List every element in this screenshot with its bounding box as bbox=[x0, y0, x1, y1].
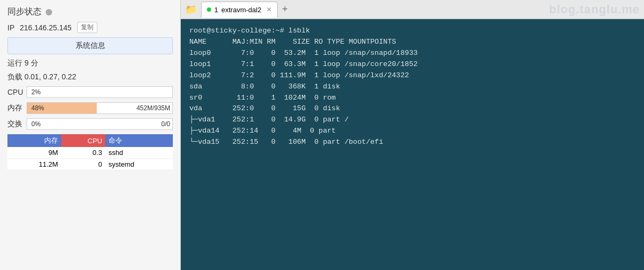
proc-cpu: 0 bbox=[61, 159, 105, 170]
terminal-line: root@sticky-college:~# lsblk bbox=[189, 26, 635, 37]
terminal-line: NAME MAJ:MIN RM SIZE RO TYPE MOUNTPOINTS bbox=[189, 37, 635, 48]
table-row: 9M 0.3 sshd bbox=[7, 147, 173, 159]
uptime-row: 运行 9 分 bbox=[7, 59, 173, 68]
load-row: 负载 0.01, 0.27, 0.22 bbox=[7, 72, 173, 82]
tab-name: extravm-dal2 bbox=[221, 6, 261, 14]
swap-bar-text: 0% 0/0 bbox=[29, 120, 172, 128]
terminal[interactable]: root@sticky-college:~# lsblkNAME MAJ:MIN… bbox=[181, 19, 644, 270]
ip-value: 216.146.25.145 bbox=[20, 23, 71, 32]
cpu-percent: 2% bbox=[31, 88, 40, 96]
mem-metric-row: 内存 48% 452M/935M bbox=[7, 102, 173, 114]
table-header-cpu: CPU bbox=[61, 134, 105, 147]
right-panel: 📁 1 extravm-dal2 ✕ + blog.tanglu.me root… bbox=[181, 0, 644, 270]
proc-mem: 9M bbox=[7, 147, 61, 159]
swap-percent: 0% bbox=[31, 120, 40, 128]
sync-label: 同步状态 bbox=[7, 6, 41, 18]
swap-label: 交换 bbox=[7, 119, 23, 129]
copy-button[interactable]: 复制 bbox=[77, 22, 97, 33]
proc-cpu: 0.3 bbox=[61, 147, 105, 159]
tab-status-dot bbox=[207, 7, 211, 12]
tab-add-button[interactable]: + bbox=[280, 4, 290, 15]
terminal-line: ├─vda14 252:14 0 4M 0 part bbox=[189, 126, 635, 137]
mem-bar: 48% 452M/935M bbox=[27, 102, 173, 114]
table-row: 11.2M 0 systemd bbox=[7, 159, 173, 170]
table-header-mem: 内存 bbox=[7, 134, 61, 147]
tab-close-icon[interactable]: ✕ bbox=[266, 6, 272, 13]
cpu-label: CPU bbox=[7, 88, 23, 96]
swap-bar: 0% 0/0 bbox=[27, 118, 173, 130]
proc-cmd: systemd bbox=[105, 159, 173, 170]
terminal-line: loop1 7:1 0 63.3M 1 loop /snap/core20/18… bbox=[189, 59, 635, 70]
proc-mem: 11.2M bbox=[7, 159, 61, 170]
sys-info-button[interactable]: 系统信息 bbox=[7, 37, 173, 54]
ip-row: IP 216.146.25.145 复制 bbox=[7, 22, 173, 33]
mem-label: 内存 bbox=[7, 103, 23, 113]
sync-indicator bbox=[46, 9, 52, 15]
terminal-line: ├─vda1 252:1 0 14.9G 0 part / bbox=[189, 114, 635, 126]
terminal-line: sr0 11:0 1 1024M 0 rom bbox=[189, 93, 635, 104]
mem-percent: 48% bbox=[31, 104, 44, 112]
uptime-value: 运行 9 分 bbox=[7, 59, 38, 67]
sync-status-row: 同步状态 bbox=[7, 6, 173, 18]
mem-bar-text: 48% 452M/935M bbox=[29, 104, 172, 112]
cpu-metric-row: CPU 2% bbox=[7, 86, 173, 98]
proc-cmd: sshd bbox=[105, 147, 173, 159]
terminal-line: └─vda15 252:15 0 106M 0 part /boot/efi bbox=[189, 137, 635, 148]
process-table: 内存 CPU 命令 9M 0.3 sshd 11.2M 0 systemd bbox=[7, 134, 173, 170]
terminal-line: loop0 7:0 0 53.2M 1 loop /snap/snapd/189… bbox=[189, 48, 635, 59]
terminal-line: loop2 7:2 0 111.9M 1 loop /snap/lxd/2432… bbox=[189, 70, 635, 81]
swap-detail: 0/0 bbox=[161, 120, 170, 128]
ip-label: IP bbox=[7, 23, 14, 32]
terminal-line: vda 252:0 0 15G 0 disk bbox=[189, 103, 635, 114]
cpu-bar: 2% bbox=[27, 86, 173, 98]
load-value: 负载 0.01, 0.27, 0.22 bbox=[7, 72, 76, 81]
cpu-bar-text: 2% bbox=[29, 88, 172, 96]
brand-text: blog.tanglu.me bbox=[549, 3, 640, 17]
tab-number: 1 bbox=[214, 6, 218, 14]
terminal-line: sda 8:0 0 368K 1 disk bbox=[189, 81, 635, 93]
mem-detail: 452M/935M bbox=[137, 104, 170, 112]
swap-metric-row: 交换 0% 0/0 bbox=[7, 118, 173, 130]
left-panel: 同步状态 IP 216.146.25.145 复制 系统信息 运行 9 分 负载… bbox=[0, 0, 181, 270]
tab-bar: 📁 1 extravm-dal2 ✕ + blog.tanglu.me bbox=[181, 0, 644, 19]
tab-item[interactable]: 1 extravm-dal2 ✕ bbox=[201, 2, 278, 18]
folder-icon[interactable]: 📁 bbox=[185, 4, 197, 15]
table-header-cmd: 命令 bbox=[105, 134, 173, 147]
